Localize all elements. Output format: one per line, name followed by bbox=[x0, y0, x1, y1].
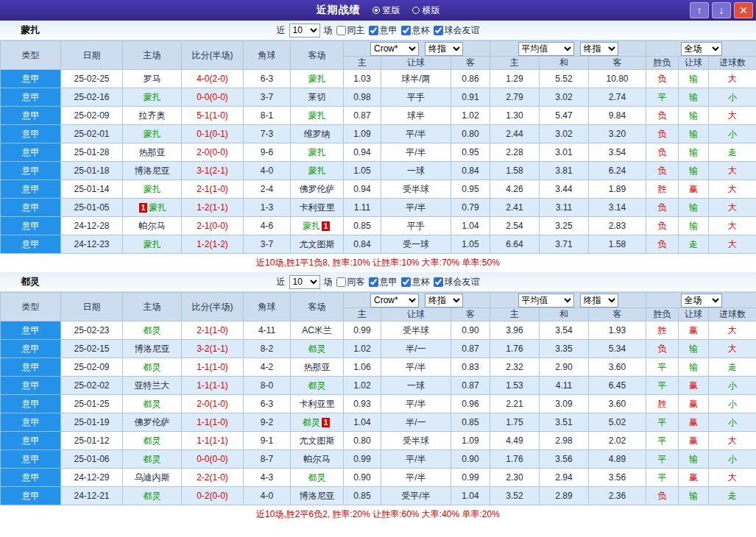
match-count-select[interactable]: 10 bbox=[289, 275, 320, 289]
cup-filter[interactable]: 意杯 bbox=[401, 24, 430, 37]
up-arrow-icon: ↑ bbox=[697, 4, 702, 16]
match-count-select[interactable]: 10 bbox=[289, 24, 320, 38]
col-header-avg-draw: 和 bbox=[540, 57, 589, 70]
friendly-checkbox[interactable] bbox=[434, 277, 443, 287]
goals-result-cell: 大 bbox=[709, 469, 756, 487]
friendly-filter[interactable]: 球会友谊 bbox=[434, 24, 480, 37]
col-header-home: 主场 bbox=[123, 293, 182, 321]
bookmaker-select[interactable]: Crow* bbox=[370, 42, 419, 56]
league-filter[interactable]: 意甲 bbox=[369, 276, 398, 288]
col-header-handicap-home: 主 bbox=[344, 57, 381, 70]
final-odds-select[interactable]: 终指 bbox=[425, 294, 463, 307]
handicap-line-cell: 受一球 bbox=[381, 235, 451, 254]
avg-away-odds-cell: 1.89 bbox=[589, 180, 646, 199]
final-odds-select[interactable]: 终指 bbox=[580, 294, 618, 307]
vertical-layout-radio[interactable]: 竖版 bbox=[372, 4, 400, 17]
handicap-result-cell: 输 bbox=[679, 125, 709, 143]
score-cell: 2-0(0-0) bbox=[182, 143, 244, 162]
team-label: 都灵 bbox=[144, 325, 161, 335]
avg-away-odds-cell: 6.45 bbox=[589, 377, 646, 395]
radio-unselected-icon bbox=[412, 7, 420, 14]
radio-selected-icon bbox=[372, 7, 380, 14]
handicap-result-cell: 赢 bbox=[679, 180, 709, 199]
col-header-score: 比分(半场) bbox=[182, 41, 244, 70]
same-venue-checkbox[interactable] bbox=[336, 26, 346, 35]
handicap-away-odds-cell: 0.87 bbox=[451, 377, 490, 395]
handicap-away-odds-cell: 0.79 bbox=[451, 199, 490, 217]
handicap-line-cell: 球半/两 bbox=[381, 70, 451, 88]
same-venue-filter[interactable]: 同客 bbox=[336, 276, 365, 288]
team-label: 都灵 bbox=[144, 491, 161, 501]
avg-home-odds-cell: 2.41 bbox=[490, 199, 540, 217]
league-checkbox[interactable] bbox=[369, 277, 378, 287]
corner-cell: 8-7 bbox=[244, 450, 291, 469]
avg-away-odds-cell: 2.74 bbox=[589, 88, 646, 107]
handicap-away-odds-cell: 0.80 bbox=[451, 125, 490, 143]
home-team-cell: 乌迪内斯 bbox=[123, 469, 182, 487]
handicap-result-cell: 输 bbox=[679, 70, 709, 88]
avg-draw-odds-cell: 3.11 bbox=[540, 199, 589, 217]
team-section-monza: 蒙扎 近 10 场 同主 意甲 意杯 球会友 bbox=[0, 21, 756, 272]
cup-checkbox[interactable] bbox=[401, 26, 411, 35]
cup-filter[interactable]: 意杯 bbox=[401, 276, 430, 288]
col-header-result: 胜负 bbox=[646, 308, 679, 321]
avg-home-odds-cell: 2.21 bbox=[490, 395, 540, 413]
red-card-badge: 1 bbox=[322, 221, 330, 231]
col-header-away: 客场 bbox=[291, 293, 344, 321]
date-cell: 25-02-01 bbox=[61, 125, 123, 143]
team-section-torino: 都灵 近 10 场 同客 意甲 意杯 球会友 bbox=[0, 272, 756, 524]
col-header-handicap-away: 客 bbox=[451, 308, 490, 321]
league-type-cell: 意甲 bbox=[1, 88, 61, 107]
match-row: 意甲25-01-19佛罗伦萨1-1(1-0)9-2都灵11.04半/一0.851… bbox=[1, 413, 756, 432]
date-cell: 25-02-23 bbox=[61, 321, 123, 340]
average-select[interactable]: 平均值 bbox=[518, 294, 574, 307]
league-type-cell: 意甲 bbox=[1, 358, 61, 377]
handicap-line-cell: 半/一 bbox=[381, 340, 451, 358]
full-match-select[interactable]: 全场 bbox=[681, 42, 722, 56]
home-team-cell: 博洛尼亚 bbox=[123, 340, 182, 358]
col-header-date: 日期 bbox=[61, 293, 123, 321]
final-odds-select[interactable]: 终指 bbox=[580, 42, 618, 56]
corner-cell: 8-0 bbox=[244, 377, 291, 395]
match-row: 意甲24-12-23蒙扎1-2(1-2)3-7尤文图斯0.84受一球1.056.… bbox=[1, 235, 756, 254]
result-cell: 负 bbox=[646, 125, 679, 143]
close-button[interactable]: ✕ bbox=[734, 2, 753, 18]
handicap-result-cell: 输 bbox=[679, 358, 709, 377]
col-header-avg-home: 主 bbox=[490, 57, 540, 70]
avg-draw-odds-cell: 2.98 bbox=[540, 432, 589, 450]
same-venue-filter[interactable]: 同主 bbox=[336, 24, 365, 37]
handicap-line-cell: 受平/半 bbox=[381, 487, 451, 505]
final-odds-select[interactable]: 终指 bbox=[425, 42, 463, 56]
friendly-label: 球会友谊 bbox=[445, 276, 480, 288]
scroll-up-button[interactable]: ↑ bbox=[690, 2, 709, 18]
handicap-away-odds-cell: 0.84 bbox=[451, 162, 490, 180]
average-select[interactable]: 平均值 bbox=[518, 42, 574, 56]
goals-result-cell: 小 bbox=[709, 413, 756, 432]
score-cell: 1-1(1-0) bbox=[182, 413, 244, 432]
cup-checkbox[interactable] bbox=[401, 277, 411, 287]
same-venue-checkbox[interactable] bbox=[336, 277, 346, 287]
avg-away-odds-cell: 3.60 bbox=[589, 395, 646, 413]
date-cell: 25-02-09 bbox=[61, 358, 123, 377]
corner-cell: 8-2 bbox=[244, 340, 291, 358]
date-cell: 25-01-18 bbox=[61, 162, 123, 180]
goals-result-cell: 小 bbox=[709, 377, 756, 395]
league-filter[interactable]: 意甲 bbox=[369, 24, 398, 37]
scroll-down-button[interactable]: ↓ bbox=[712, 2, 731, 18]
avg-home-odds-cell: 2.32 bbox=[490, 358, 540, 377]
col-header-handicap-result: 让球 bbox=[679, 308, 709, 321]
team-label: 蒙扎 bbox=[149, 202, 166, 213]
date-cell: 25-02-16 bbox=[61, 88, 123, 107]
league-checkbox[interactable] bbox=[369, 26, 378, 35]
friendly-checkbox[interactable] bbox=[434, 26, 443, 35]
bookmaker-select[interactable]: Crow* bbox=[370, 294, 419, 307]
team-label: 都灵 bbox=[308, 344, 326, 354]
avg-home-odds-cell: 1.30 bbox=[490, 107, 540, 125]
horizontal-layout-radio[interactable]: 横版 bbox=[412, 4, 440, 17]
full-match-select[interactable]: 全场 bbox=[681, 294, 722, 307]
friendly-filter[interactable]: 球会友谊 bbox=[434, 276, 480, 288]
handicap-line-cell: 平/半 bbox=[381, 469, 451, 487]
handicap-line-cell: 平手 bbox=[381, 217, 451, 235]
match-row: 意甲25-01-18博洛尼亚3-1(2-1)4-0蒙扎1.05一球0.841.5… bbox=[1, 162, 756, 180]
team-label: 蒙扎 bbox=[308, 147, 326, 157]
